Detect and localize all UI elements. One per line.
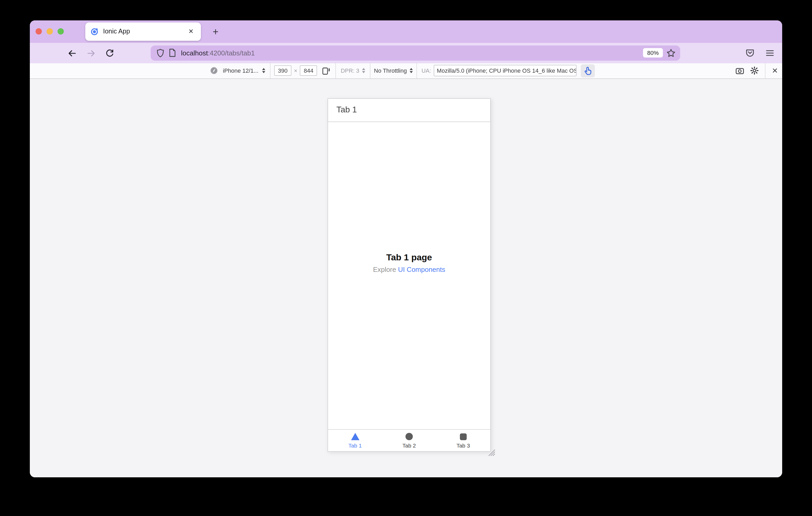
device-selector-stepper-icon[interactable] [262,68,265,73]
rotate-viewport-icon[interactable] [322,66,331,75]
rdm-separator [416,63,417,79]
rdm-toolbar: iPhone 12/1... × DPR: 3 No Throttling UA… [30,63,782,79]
rdm-close-icon[interactable]: ✕ [772,66,778,75]
device-compass-icon [210,67,218,74]
rdm-separator [765,63,766,79]
dpr-label[interactable]: DPR: 3 [341,67,359,74]
close-window-button[interactable] [36,28,42,34]
ionic-app-content: Tab 1 page Explore UI Components [328,122,490,429]
url-host: localhost [181,49,208,57]
device-selector[interactable]: iPhone 12/1... [223,67,258,74]
navigation-toolbar: localhost:4200/tabs/tab1 80% [30,42,782,63]
throttling-selector[interactable]: No Throttling [374,67,407,74]
screen: Ionic App ✕ + [0,0,812,516]
shield-icon[interactable] [156,48,164,57]
traffic-lights [36,20,64,42]
titlebar: Ionic App ✕ + [30,20,782,42]
nav-right-cluster [746,42,774,63]
zoom-window-button[interactable] [58,28,64,34]
tab-title: Ionic App [103,28,186,35]
rdm-content-area: Tab 1 Tab 1 page Explore UI Components T… [30,79,782,477]
url-path: :4200/tabs/tab1 [208,49,255,57]
new-tab-button[interactable]: + [209,25,222,38]
throttling-stepper-icon[interactable] [409,68,412,73]
rdm-separator [336,63,336,79]
ionic-tab-bar: Tab 1 Tab 2 Tab 3 [328,429,490,451]
close-tab-icon[interactable]: ✕ [186,27,196,36]
ionic-app-header: Tab 1 [328,98,490,122]
browser-tab-ionic-app[interactable]: Ionic App ✕ [85,22,201,40]
zoom-level-badge[interactable]: 80% [643,48,663,58]
viewport-resize-handle[interactable] [488,449,496,456]
user-agent-input[interactable]: Mozilla/5.0 (iPhone; CPU iPhone OS 14_6 … [434,65,577,76]
ionic-favicon-icon [90,27,98,35]
tab-button-tab3[interactable]: Tab 3 [436,429,490,451]
rdm-right-cluster: ✕ [736,63,778,78]
explore-text: Explore UI Components [328,266,490,273]
ua-label: UA: [422,67,431,74]
pocket-icon[interactable] [746,48,754,57]
welcome-block: Tab 1 page Explore UI Components [328,252,490,273]
forward-button[interactable] [84,46,98,60]
rdm-separator [370,63,370,79]
bookmark-star-icon[interactable] [667,48,675,57]
circle-icon [405,433,413,440]
viewport-width-input[interactable] [274,65,291,76]
screenshot-camera-icon[interactable] [736,67,744,74]
settings-gear-icon[interactable] [751,66,759,75]
ui-components-link[interactable]: UI Components [398,266,445,273]
page-info-icon[interactable] [169,49,176,57]
reload-button[interactable] [103,46,117,60]
times-label: × [294,67,297,74]
triangle-icon [351,433,359,440]
tab-button-tab2[interactable]: Tab 2 [382,429,436,451]
page-heading: Tab 1 page [328,252,490,263]
url-text: localhost:4200/tabs/tab1 [181,49,255,57]
page-title: Tab 1 [337,105,357,115]
back-button[interactable] [65,46,79,60]
viewport-height-input[interactable] [300,65,317,76]
rdm-separator [270,63,270,79]
square-icon [460,433,467,440]
minimize-window-button[interactable] [47,28,53,34]
menu-icon[interactable] [766,50,774,56]
touch-simulation-button[interactable] [581,64,595,77]
browser-window: Ionic App ✕ + [30,20,782,477]
device-viewport: Tab 1 Tab 1 page Explore UI Components T… [327,98,491,451]
url-bar[interactable]: localhost:4200/tabs/tab1 80% [151,45,680,60]
dpr-stepper-icon[interactable] [362,68,365,73]
tab-button-tab1[interactable]: Tab 1 [328,429,382,451]
